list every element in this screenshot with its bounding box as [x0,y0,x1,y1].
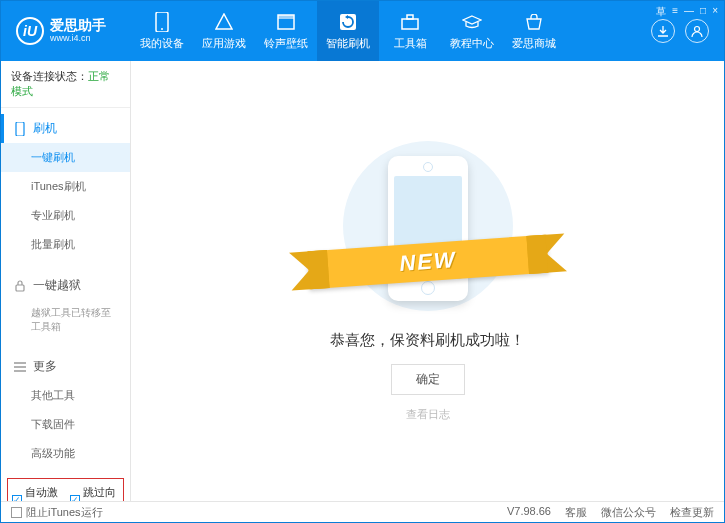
footer-support[interactable]: 客服 [565,505,587,520]
footer-wechat[interactable]: 微信公众号 [601,505,656,520]
menu-icon[interactable]: ≡ [672,5,678,19]
store-icon [524,12,544,32]
sidebar-label: 刷机 [33,120,57,137]
sidebar-flash-head[interactable]: 刷机 [1,114,130,143]
main-nav: 我的设备 应用游戏 铃声壁纸 智能刷机 工具箱 教程中心 爱思商城 [131,1,636,61]
sidebar-label: 一键越狱 [33,277,81,294]
logo[interactable]: iU 爱思助手 www.i4.cn [1,17,131,45]
success-illustration: NEW [328,141,528,311]
checkbox-auto-activate[interactable]: ✓自动激活 [12,485,62,501]
view-log-link[interactable]: 查看日志 [406,407,450,422]
sidebar-item-pro[interactable]: 专业刷机 [1,201,130,230]
sidebar-item-itunes[interactable]: iTunes刷机 [1,172,130,201]
checkbox-block-itunes[interactable]: 阻止iTunes运行 [11,505,103,520]
sidebar-jailbreak-head[interactable]: 一键越狱 [1,271,130,300]
app-url: www.i4.cn [50,34,106,44]
ok-button[interactable]: 确定 [391,364,465,395]
minimize-icon[interactable]: — [684,5,694,19]
nav-label: 我的设备 [140,36,184,51]
refresh-icon [338,12,358,32]
checkbox-skip-guide[interactable]: ✓跳过向导 [70,485,120,501]
nav-apps[interactable]: 应用游戏 [193,1,255,61]
new-ribbon: NEW [306,234,548,289]
sidebar-jailbreak-note: 越狱工具已转移至工具箱 [1,300,130,340]
checkbox-icon: ✓ [12,495,22,502]
sidebar-item-advanced[interactable]: 高级功能 [1,439,130,468]
list-icon [13,360,27,374]
svg-rect-5 [402,19,418,29]
svg-point-1 [161,28,163,30]
nav-label: 应用游戏 [202,36,246,51]
success-message: 恭喜您，保资料刷机成功啦！ [330,331,525,350]
nav-label: 爱思商城 [512,36,556,51]
user-button[interactable] [685,19,709,43]
lock-icon [13,279,27,293]
window-controls: 草 ≡ — □ × [656,5,718,19]
nav-store[interactable]: 爱思商城 [503,1,565,61]
footer-version: V7.98.66 [507,505,551,520]
maximize-icon[interactable]: □ [700,5,706,19]
checkbox-highlight: ✓自动激活 ✓跳过向导 [7,478,124,501]
footer: 阻止iTunes运行 V7.98.66 客服 微信公众号 检查更新 [1,501,724,523]
footer-update[interactable]: 检查更新 [670,505,714,520]
main-content: NEW 恭喜您，保资料刷机成功啦！ 确定 查看日志 [131,61,724,501]
nav-label: 教程中心 [450,36,494,51]
checkbox-icon: ✓ [70,495,80,502]
header: 草 ≡ — □ × iU 爱思助手 www.i4.cn 我的设备 应用游戏 铃声… [1,1,724,61]
app-name: 爱思助手 [50,18,106,33]
nav-my-device[interactable]: 我的设备 [131,1,193,61]
svg-rect-3 [278,15,294,19]
close-icon[interactable]: × [712,5,718,19]
ribbon-text: NEW [398,247,457,277]
logo-icon: iU [16,17,44,45]
nav-ringtones[interactable]: 铃声壁纸 [255,1,317,61]
nav-flash[interactable]: 智能刷机 [317,1,379,61]
checkbox-icon [11,507,22,518]
download-button[interactable] [651,19,675,43]
svg-rect-9 [16,285,24,291]
sidebar-more-head[interactable]: 更多 [1,352,130,381]
svg-rect-6 [407,15,413,19]
checkbox-label: 阻止iTunes运行 [26,505,103,520]
nav-label: 工具箱 [394,36,427,51]
phone-small-icon [13,122,27,136]
sidebar-label: 更多 [33,358,57,375]
toolbox-icon [400,12,420,32]
checkbox-label: 自动激活 [25,485,62,501]
nav-label: 铃声壁纸 [264,36,308,51]
feedback-icon[interactable]: 草 [656,5,666,19]
wallpaper-icon [276,12,296,32]
graduation-icon [462,12,482,32]
phone-icon [152,12,172,32]
apps-icon [214,12,234,32]
sidebar: 设备连接状态：正常模式 刷机 一键刷机 iTunes刷机 专业刷机 批量刷机 一… [1,61,131,501]
nav-label: 智能刷机 [326,36,370,51]
device-status: 设备连接状态：正常模式 [1,61,130,108]
header-right [636,19,724,43]
nav-tutorials[interactable]: 教程中心 [441,1,503,61]
svg-point-7 [695,27,700,32]
svg-rect-8 [16,122,24,136]
nav-toolbox[interactable]: 工具箱 [379,1,441,61]
sidebar-item-download[interactable]: 下载固件 [1,410,130,439]
sidebar-item-other[interactable]: 其他工具 [1,381,130,410]
checkbox-label: 跳过向导 [83,485,120,501]
status-label: 设备连接状态： [11,70,88,82]
sidebar-item-batch[interactable]: 批量刷机 [1,230,130,259]
sidebar-item-oneclick[interactable]: 一键刷机 [1,143,130,172]
